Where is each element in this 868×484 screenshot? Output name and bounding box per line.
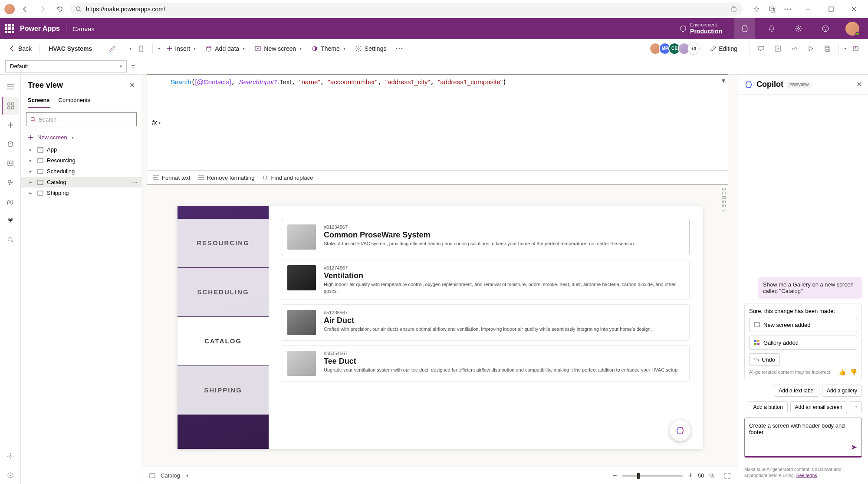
format-text-button[interactable]: Format text <box>153 175 191 181</box>
tree-item-scheduling[interactable]: ▸ Scheduling <box>21 166 142 177</box>
nav-catalog[interactable]: CATALOG <box>178 317 269 365</box>
preview-button[interactable] <box>804 43 818 54</box>
rail-data[interactable] <box>2 135 19 153</box>
back-button[interactable]: Back <box>5 43 35 54</box>
remove-formatting-button[interactable]: Remove formatting <box>198 175 255 181</box>
terms-link[interactable]: See terms <box>796 473 817 478</box>
rail-advanced[interactable] <box>2 212 19 229</box>
browser-refresh[interactable] <box>53 2 67 16</box>
rail-flows[interactable] <box>2 174 19 191</box>
rail-tree-view[interactable] <box>2 97 19 115</box>
tree-new-screen[interactable]: New screen ▾ <box>21 131 142 144</box>
editing-indicator[interactable]: Editing <box>706 43 742 54</box>
catalog-card[interactable]: #01234567 Common ProseWare System State-… <box>282 219 690 255</box>
chevron-down-icon[interactable]: ▾ <box>158 46 160 51</box>
save-button[interactable] <box>820 43 834 54</box>
thumbs-down[interactable]: 👎 <box>850 369 857 375</box>
catalog-card[interactable]: #61274567 Ventilation High indoor air qu… <box>282 260 690 300</box>
presence-stack[interactable]: MP CB +3 <box>652 43 700 55</box>
formula-input[interactable]: Search([@Contacts], SearchInput1.Text, "… <box>166 75 728 170</box>
chevron-down-icon[interactable]: ▾ <box>186 473 188 478</box>
rail-hamburger[interactable] <box>2 78 19 95</box>
copilot-textarea[interactable]: Create a screen with header body and foo… <box>749 422 857 440</box>
user-avatar[interactable] <box>842 18 863 39</box>
edit-button[interactable] <box>105 43 119 54</box>
close-icon[interactable]: ✕ <box>856 80 862 89</box>
tree-item-catalog[interactable]: ▸ Catalog ⋯ <box>21 177 142 188</box>
url-input[interactable] <box>86 6 726 13</box>
rail-insert[interactable] <box>2 116 19 134</box>
property-selector[interactable]: Default ▾ <box>5 60 127 72</box>
bot-action-gallery[interactable]: Gallery added <box>749 336 857 350</box>
chevron-down-icon[interactable]: ▾ <box>129 46 132 51</box>
browser-forward[interactable] <box>36 2 49 16</box>
new-screen-button[interactable]: New screen ▾ <box>251 43 305 54</box>
insert-button[interactable]: Insert ▾ <box>163 43 199 54</box>
catalog-card[interactable]: #55354567 Tee Duct Upgrade your ventilat… <box>282 345 690 382</box>
publish-button[interactable] <box>849 43 863 54</box>
window-close[interactable] <box>844 2 864 16</box>
formula-bar[interactable]: fx▾ Search([@Contacts], SearchInput1.Tex… <box>147 74 728 185</box>
window-maximize[interactable] <box>821 2 841 16</box>
nav-shipping[interactable]: SHIPPING <box>178 366 269 415</box>
presence-more[interactable]: +3 <box>687 43 700 55</box>
tree-search[interactable] <box>26 112 137 126</box>
tree-item-resourcing[interactable]: ▸ Resourcing <box>21 155 142 166</box>
rail-media[interactable] <box>2 155 19 172</box>
suggest-button[interactable]: Add a button <box>749 401 788 413</box>
brand-title[interactable]: Power Apps <box>20 25 60 33</box>
more-icon[interactable]: ⋯ <box>132 179 138 185</box>
collections-icon[interactable] <box>765 2 779 16</box>
rail-settings[interactable] <box>2 448 19 465</box>
footer-selector[interactable]: Catalog <box>161 472 180 479</box>
copilot-input[interactable]: Create a screen with header body and foo… <box>744 418 862 458</box>
nav-resourcing[interactable]: RESOURCING <box>178 219 269 267</box>
bot-action-screen[interactable]: New screen added <box>749 318 857 332</box>
help-icon[interactable] <box>815 18 836 39</box>
suggest-text-label[interactable]: Add a text label <box>774 385 819 397</box>
settings-button[interactable]: Settings <box>352 43 390 54</box>
thumbs-up[interactable]: 👍 <box>838 369 846 375</box>
tab-components[interactable]: Components <box>59 93 91 108</box>
copilot-fab[interactable] <box>670 420 690 441</box>
app-preview[interactable]: RESOURCING SCHEDULING CATALOG SHIPPING #… <box>178 206 703 449</box>
nav-scheduling[interactable]: SCHEDULING <box>178 268 269 316</box>
comments-button[interactable] <box>754 43 768 54</box>
monitor-button[interactable] <box>787 43 801 54</box>
address-bar[interactable] <box>70 3 743 16</box>
waffle-icon[interactable] <box>5 24 14 33</box>
overflow-button[interactable] <box>392 46 406 51</box>
notifications-icon[interactable] <box>761 18 782 39</box>
suggest-gallery[interactable]: Add a gallery <box>822 385 862 397</box>
zoom-in[interactable]: + <box>688 471 693 480</box>
zoom-slider[interactable] <box>622 475 683 477</box>
window-minimize[interactable] <box>798 2 818 16</box>
theme-button[interactable]: Theme ▾ <box>308 43 349 54</box>
tree-search-input[interactable] <box>39 116 133 123</box>
tree-item-app[interactable]: ▸ App <box>21 144 142 155</box>
refresh-suggestions[interactable] <box>850 401 862 413</box>
rail-ask[interactable] <box>2 467 19 484</box>
collapse-icon[interactable]: ▾ <box>722 76 725 85</box>
add-data-button[interactable]: Add data ▾ <box>202 43 248 54</box>
rail-variables[interactable]: (x) <box>2 193 19 210</box>
paste-button[interactable] <box>134 43 148 54</box>
favorites-icon[interactable] <box>750 2 763 16</box>
tree-item-shipping[interactable]: ▸ Shipping <box>21 188 142 198</box>
undo-button[interactable]: Undo <box>749 353 780 366</box>
find-replace-button[interactable]: Find and replace <box>263 175 313 181</box>
send-button[interactable]: ➤ <box>851 442 857 452</box>
suggest-email-screen[interactable]: Add an email screen <box>790 401 847 413</box>
shopping-icon[interactable] <box>730 6 737 13</box>
zoom-out[interactable]: − <box>612 471 617 480</box>
rail-search[interactable] <box>2 231 19 248</box>
copilot-toggle[interactable] <box>734 18 755 39</box>
profile-avatar[interactable] <box>4 4 15 14</box>
browser-back[interactable] <box>18 2 32 16</box>
tab-screens[interactable]: Screens <box>28 93 50 108</box>
settings-icon[interactable] <box>788 18 809 39</box>
chevron-down-icon[interactable]: ▾ <box>844 46 846 51</box>
checker-button[interactable] <box>771 43 785 54</box>
catalog-card[interactable]: #51235567 Air Duct Crafted with precisio… <box>282 304 690 341</box>
more-icon[interactable] <box>781 2 795 16</box>
